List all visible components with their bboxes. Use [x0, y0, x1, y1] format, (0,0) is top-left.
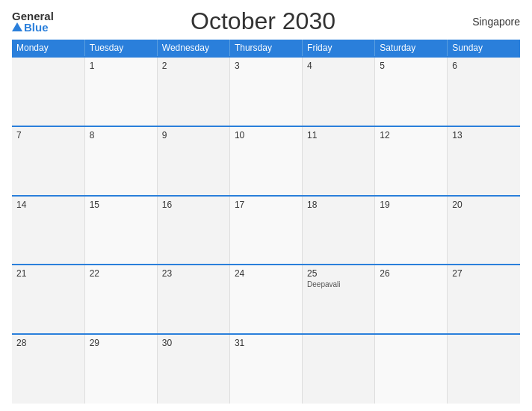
- calendar-week-4: 2122232425Deepavali2627: [12, 265, 520, 334]
- calendar-header: MondayTuesdayWednesdayThursdayFridaySatu…: [12, 40, 520, 57]
- day-of-week-tuesday: Tuesday: [84, 40, 157, 57]
- day-number: 19: [380, 200, 442, 210]
- logo-triangle-icon: [12, 22, 22, 31]
- calendar-cell: 13: [448, 126, 520, 196]
- calendar-cell: 31: [229, 334, 302, 404]
- calendar-cell: 20: [448, 196, 520, 265]
- day-number: 5: [380, 61, 442, 71]
- day-number: 10: [235, 130, 297, 140]
- day-number: 29: [90, 338, 152, 348]
- calendar-week-1: 123456: [12, 57, 520, 126]
- calendar-cell: 2: [157, 57, 229, 126]
- calendar-cell: 1: [84, 57, 157, 126]
- calendar-cell: 12: [375, 126, 448, 196]
- calendar-cell: 29: [84, 334, 157, 404]
- calendar-cell: 3: [229, 57, 302, 126]
- day-number: 8: [90, 130, 152, 140]
- calendar-cell: 19: [375, 196, 448, 265]
- calendar-body: 1234567891011121314151617181920212223242…: [12, 57, 520, 404]
- region-label: Singapore: [472, 16, 520, 28]
- calendar-cell: 11: [303, 126, 375, 196]
- day-number: 18: [307, 200, 370, 210]
- days-of-week-row: MondayTuesdayWednesdayThursdayFridaySatu…: [12, 40, 520, 57]
- calendar-table: MondayTuesdayWednesdayThursdayFridaySatu…: [12, 40, 520, 404]
- day-number: 31: [235, 338, 297, 348]
- day-number: 23: [162, 268, 225, 279]
- calendar-cell: 22: [84, 265, 157, 334]
- day-number: 20: [452, 200, 516, 210]
- calendar-cell: 18: [303, 196, 375, 265]
- day-of-week-thursday: Thursday: [229, 40, 302, 57]
- calendar-cell: 4: [303, 57, 375, 126]
- calendar-cell: 21: [12, 265, 84, 334]
- calendar-week-5: 28293031: [12, 334, 520, 404]
- day-number: 3: [235, 61, 297, 71]
- calendar-cell: 28: [12, 334, 84, 404]
- calendar-cell: 17: [229, 196, 302, 265]
- day-number: 27: [452, 268, 516, 279]
- calendar-cell: 30: [157, 334, 229, 404]
- day-of-week-wednesday: Wednesday: [157, 40, 229, 57]
- page-header: General Blue October 2030 Singapore: [12, 7, 520, 35]
- calendar-cell: [303, 334, 375, 404]
- day-number: 30: [162, 338, 225, 348]
- day-of-week-saturday: Saturday: [375, 40, 448, 57]
- day-number: 11: [307, 130, 370, 140]
- calendar-cell: 5: [375, 57, 448, 126]
- logo-general-text: General: [12, 10, 54, 22]
- calendar-cell: 8: [84, 126, 157, 196]
- day-number: 28: [16, 338, 80, 348]
- day-number: 2: [162, 61, 225, 71]
- day-number: 1: [90, 61, 152, 71]
- calendar-cell: 15: [84, 196, 157, 265]
- day-number: 15: [90, 200, 152, 210]
- day-number: 7: [16, 130, 80, 140]
- calendar-week-2: 78910111213: [12, 126, 520, 196]
- calendar-cell: [448, 334, 520, 404]
- day-number: 25: [307, 268, 370, 279]
- day-of-week-sunday: Sunday: [448, 40, 520, 57]
- calendar-cell: 10: [229, 126, 302, 196]
- day-number: 13: [452, 130, 516, 140]
- day-number: 12: [380, 130, 442, 140]
- day-number: 16: [162, 200, 225, 210]
- calendar-cell: 6: [448, 57, 520, 126]
- calendar-cell: 26: [375, 265, 448, 334]
- calendar-title: October 2030: [191, 7, 335, 35]
- day-of-week-monday: Monday: [12, 40, 84, 57]
- day-number: 4: [307, 61, 370, 71]
- calendar-cell: 7: [12, 126, 84, 196]
- logo-blue-text: Blue: [12, 22, 54, 33]
- day-number: 24: [235, 268, 297, 279]
- holiday-name: Deepavali: [307, 280, 370, 288]
- day-number: 9: [162, 130, 225, 140]
- day-number: 17: [235, 200, 297, 210]
- calendar-cell: 27: [448, 265, 520, 334]
- calendar-cell: 9: [157, 126, 229, 196]
- calendar-cell: 23: [157, 265, 229, 334]
- calendar-cell: [375, 334, 448, 404]
- day-number: 22: [90, 268, 152, 279]
- calendar-cell: [12, 57, 84, 126]
- calendar-week-3: 14151617181920: [12, 196, 520, 265]
- logo: General Blue: [12, 10, 54, 33]
- calendar-cell: 16: [157, 196, 229, 265]
- day-of-week-friday: Friday: [303, 40, 375, 57]
- calendar-cell: 24: [229, 265, 302, 334]
- day-number: 6: [452, 61, 516, 71]
- day-number: 14: [16, 200, 80, 210]
- day-number: 26: [380, 268, 442, 279]
- calendar-cell: 25Deepavali: [303, 265, 375, 334]
- calendar-cell: 14: [12, 196, 84, 265]
- day-number: 21: [16, 268, 80, 279]
